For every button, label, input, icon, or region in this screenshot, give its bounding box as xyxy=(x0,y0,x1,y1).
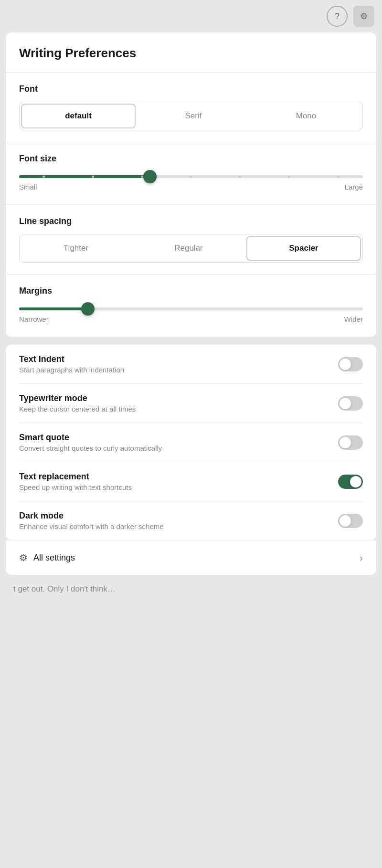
toggle-row-typewriter: Typewriter mode Keep the cursor centered… xyxy=(19,384,363,423)
toggle-text-indent[interactable] xyxy=(338,357,363,371)
toggle-desc-typewriter: Keep the cursor centered at all times xyxy=(19,405,329,413)
margins-min-label: Narrower xyxy=(19,315,49,323)
all-settings-label: All settings xyxy=(33,553,75,563)
toggle-title-text-indent: Text Indent xyxy=(19,354,329,364)
font-option-mono[interactable]: Mono xyxy=(250,102,362,130)
font-option-serif[interactable]: Serif xyxy=(137,102,250,130)
margins-track xyxy=(19,307,363,310)
font-option-default[interactable]: default xyxy=(21,104,136,128)
margins-max-label: Wider xyxy=(344,315,363,323)
toggle-row-text-indent: Text Indent Start paragraphs with indent… xyxy=(19,345,363,384)
spacing-option-regular[interactable]: Regular xyxy=(132,234,245,262)
toggle-row-dark-mode: Dark mode Enhance visual comfort with a … xyxy=(19,501,363,540)
toggle-dark-mode[interactable] xyxy=(338,514,363,528)
toggle-text-indent-group: Text Indent Start paragraphs with indent… xyxy=(19,354,338,374)
panel-title: Writing Preferences xyxy=(19,46,363,61)
toggle-smart-quote[interactable] xyxy=(338,435,363,450)
toggle-knob-typewriter xyxy=(340,398,351,409)
font-size-track xyxy=(19,175,363,178)
toggle-desc-text-replacement: Speed up writing with text shortcuts xyxy=(19,483,329,491)
toggle-row-smart-quote: Smart quote Convert straight quotes to c… xyxy=(19,423,363,462)
toggle-typewriter-mode[interactable] xyxy=(338,396,363,411)
toggle-desc-smart-quote: Convert straight quotes to curly automat… xyxy=(19,444,329,452)
all-settings-left: ⚙ All settings xyxy=(19,552,75,563)
toggle-desc-dark-mode: Enhance visual comfort with a darker sch… xyxy=(19,522,329,530)
font-size-section: Font size Small Large xyxy=(6,142,376,205)
font-section-label: Font xyxy=(19,84,363,94)
font-size-min-label: Small xyxy=(19,183,37,191)
line-spacing-section: Line spacing Tighter Regular Spacier xyxy=(6,205,376,275)
toggle-smart-quote-group: Smart quote Convert straight quotes to c… xyxy=(19,433,338,452)
margins-labels: Narrower Wider xyxy=(19,315,363,323)
toggle-title-text-replacement: Text replacement xyxy=(19,472,329,482)
font-section: Font default Serif Mono xyxy=(6,73,376,142)
font-size-slider-container: Small Large xyxy=(19,171,363,193)
toggle-typewriter-group: Typewriter mode Keep the cursor centered… xyxy=(19,393,338,413)
margins-section: Margins Narrower Wider xyxy=(6,275,376,337)
margins-label: Margins xyxy=(19,286,363,296)
panel-header: Writing Preferences xyxy=(6,32,376,73)
font-selector: default Serif Mono xyxy=(19,102,363,130)
toggle-knob-smart-quote xyxy=(340,437,351,448)
help-button[interactable]: ? xyxy=(327,6,348,27)
toggle-text-replacement[interactable] xyxy=(338,475,363,489)
toggle-desc-text-indent: Start paragraphs with indentation xyxy=(19,366,329,374)
writing-preferences-panel: Writing Preferences Font default Serif M… xyxy=(6,32,376,337)
spacing-selector: Tighter Regular Spacier xyxy=(19,234,363,263)
toggle-title-smart-quote: Smart quote xyxy=(19,433,329,443)
all-settings-gear-icon: ⚙ xyxy=(19,552,28,563)
bottom-snippet: t get out. Only I don't think… xyxy=(0,575,382,603)
spacing-option-tighter[interactable]: Tighter xyxy=(20,234,132,262)
top-bar: ? ⚙ xyxy=(0,0,382,32)
font-size-label: Font size xyxy=(19,154,363,164)
margins-fill xyxy=(19,307,88,310)
help-icon: ? xyxy=(335,11,340,21)
all-settings-chevron-icon: › xyxy=(360,552,363,563)
margins-slider-container: Narrower Wider xyxy=(19,304,363,325)
gear-icon: ⚙ xyxy=(360,11,368,21)
toggle-title-dark-mode: Dark mode xyxy=(19,511,329,521)
line-spacing-label: Line spacing xyxy=(19,216,363,226)
toggle-text-replacement-group: Text replacement Speed up writing with t… xyxy=(19,472,338,491)
toggle-section: Text Indent Start paragraphs with indent… xyxy=(6,345,376,540)
toggle-row-text-replacement: Text replacement Speed up writing with t… xyxy=(19,462,363,501)
gear-button[interactable]: ⚙ xyxy=(353,6,374,27)
font-size-thumb[interactable] xyxy=(143,170,157,183)
toggle-title-typewriter: Typewriter mode xyxy=(19,393,329,403)
font-size-labels: Small Large xyxy=(19,183,363,191)
toggle-knob-text-replacement xyxy=(350,476,361,487)
all-settings-row[interactable]: ⚙ All settings › xyxy=(6,540,376,575)
toggle-knob-text-indent xyxy=(340,359,351,370)
spacing-option-spacier[interactable]: Spacier xyxy=(246,236,361,261)
toggle-dark-mode-group: Dark mode Enhance visual comfort with a … xyxy=(19,511,338,530)
margins-thumb[interactable] xyxy=(81,302,95,316)
font-size-max-label: Large xyxy=(345,183,363,191)
toggle-knob-dark-mode xyxy=(340,515,351,527)
font-size-fill xyxy=(19,175,150,178)
